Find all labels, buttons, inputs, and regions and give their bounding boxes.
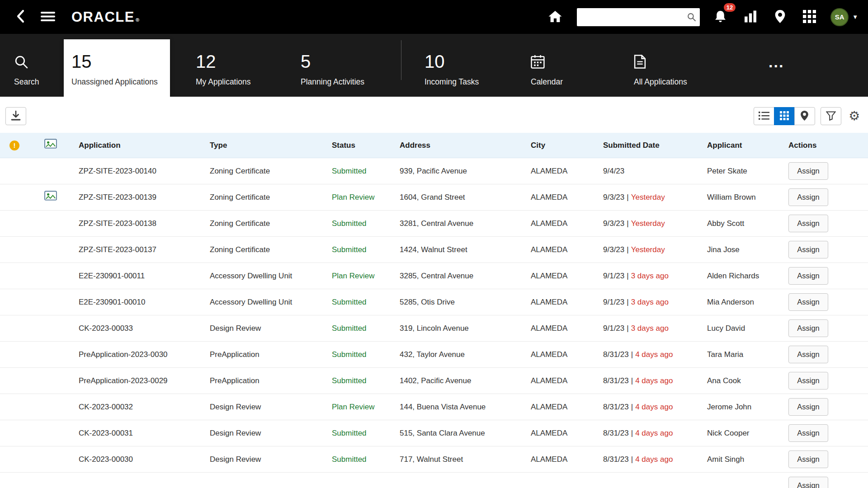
application-id[interactable]: CK-2023-00032 xyxy=(72,403,203,412)
application-id[interactable]: PreApplication-2023-0029 xyxy=(72,376,203,385)
date-ago: Yesterday xyxy=(631,245,665,254)
assign-button[interactable]: Assign xyxy=(788,372,828,389)
topbar: ORACLE 12 xyxy=(0,0,868,34)
filter-funnel-icon xyxy=(826,111,836,122)
tab-label: All Applications xyxy=(634,77,687,87)
table-body: ZPZ-SITE-2023-00140 Zoning Certificate S… xyxy=(0,158,868,473)
date-value: 9/3/23 xyxy=(603,193,624,202)
tab-divider xyxy=(401,40,401,80)
date-separator: | xyxy=(631,376,633,385)
application-status: Plan Review xyxy=(326,403,393,412)
tab-search[interactable]: Search xyxy=(6,39,57,97)
analytics-button[interactable] xyxy=(741,8,760,27)
submitted-date-cell: 9/3/23|Yesterday xyxy=(597,193,701,202)
toolbar xyxy=(0,97,868,133)
menu-button[interactable] xyxy=(38,8,58,26)
column-header-submitted-date[interactable]: Submitted Date xyxy=(597,141,701,150)
column-header-type[interactable]: Type xyxy=(203,141,326,150)
tab-overflow-button[interactable]: ... xyxy=(769,34,784,97)
conditions-icon xyxy=(44,139,57,152)
date-value: 8/31/23 xyxy=(603,350,629,359)
application-id[interactable]: E2E-230901-00010 xyxy=(72,298,203,307)
apps-grid-button[interactable] xyxy=(800,7,819,27)
assign-button[interactable]: Assign xyxy=(788,398,828,416)
date-separator: | xyxy=(631,350,633,359)
assign-button[interactable]: Assign xyxy=(788,319,828,337)
tab-all-applications[interactable]: All Applications xyxy=(626,39,712,97)
application-id[interactable]: CK-2023-00030 xyxy=(72,455,203,464)
assign-button[interactable]: Assign xyxy=(788,346,828,363)
map-view-button[interactable] xyxy=(794,107,815,125)
assign-button[interactable]: Assign xyxy=(788,424,828,442)
assign-button[interactable]: Assign xyxy=(788,162,828,180)
application-id[interactable]: ZPZ-SITE-2023-00140 xyxy=(72,167,203,176)
download-icon xyxy=(10,110,21,122)
submitted-date-cell: 8/31/23|4 days ago xyxy=(597,350,701,359)
applicant-name: Alden Richards xyxy=(701,272,782,281)
column-header-application[interactable]: Application xyxy=(72,141,203,150)
tab-incoming-tasks[interactable]: 10 Incoming Tasks xyxy=(417,39,496,97)
back-button[interactable] xyxy=(13,7,28,27)
user-menu-button[interactable]: SA xyxy=(830,8,858,26)
tab-unassigned-applications[interactable]: 15 Unassigned Applications xyxy=(64,39,170,97)
assign-button[interactable]: Assign xyxy=(788,450,828,468)
conditions-column-header[interactable] xyxy=(29,139,72,152)
application-id[interactable]: ZPZ-SITE-2023-00137 xyxy=(72,245,203,254)
table-row: PreApplication-2023-0030 PreApplication … xyxy=(0,342,868,368)
column-header-address[interactable]: Address xyxy=(393,141,524,150)
assign-button[interactable]: Assign xyxy=(788,241,828,258)
tab-calendar[interactable]: Calendar xyxy=(523,39,586,97)
assign-button[interactable]: Assign xyxy=(788,188,828,206)
notification-badge: 12 xyxy=(724,3,736,12)
filter-button[interactable] xyxy=(821,107,841,125)
column-header-actions: Actions xyxy=(782,141,868,150)
home-button[interactable] xyxy=(545,7,565,27)
grid-view-button[interactable] xyxy=(774,107,795,125)
tab-label: Search xyxy=(14,77,39,87)
column-header-applicant[interactable]: Applicant xyxy=(701,141,782,150)
document-icon xyxy=(634,52,646,71)
download-button[interactable] xyxy=(5,107,26,125)
date-value: 8/31/23 xyxy=(603,429,629,437)
submitted-date-cell: 8/31/23|4 days ago xyxy=(597,429,701,438)
table-row: CK-2023-00032 Design Review Plan Review … xyxy=(0,394,868,420)
date-value: 9/1/23 xyxy=(603,272,624,280)
assign-button[interactable]: Assign xyxy=(788,215,828,232)
table-row: PreApplication-2023-0029 PreApplication … xyxy=(0,368,868,394)
application-type: Design Review xyxy=(203,455,326,464)
warning-column-header[interactable] xyxy=(0,141,29,150)
row-conditions-cell xyxy=(29,348,72,361)
notifications-button[interactable]: 12 xyxy=(712,7,729,27)
tab-planning-activities[interactable]: 5 Planning Activities xyxy=(293,39,388,97)
map-button[interactable] xyxy=(772,7,788,28)
row-conditions-cell xyxy=(29,217,72,230)
assign-button[interactable]: Assign xyxy=(788,293,828,311)
row-conditions-cell xyxy=(29,374,72,387)
application-id[interactable]: E2E-230901-00011 xyxy=(72,272,203,281)
application-city: ALAMEDA xyxy=(524,403,597,412)
search-icon[interactable] xyxy=(687,12,696,23)
application-id[interactable]: ZPZ-SITE-2023-00138 xyxy=(72,219,203,228)
assign-button[interactable]: Assign xyxy=(788,477,828,488)
application-id[interactable]: CK-2023-00031 xyxy=(72,429,203,438)
list-view-icon xyxy=(759,111,769,122)
row-actions-cell: Assign xyxy=(782,450,868,468)
application-status: Plan Review xyxy=(326,272,393,281)
row-actions-cell: Assign xyxy=(782,398,868,416)
assign-button[interactable]: Assign xyxy=(788,267,828,285)
application-address: 319, Lincoln Avenue xyxy=(393,324,524,333)
column-header-city[interactable]: City xyxy=(524,141,597,150)
row-conditions-cell xyxy=(29,296,72,309)
applicant-name: William Brown xyxy=(701,193,782,202)
column-header-status[interactable]: Status xyxy=(326,141,393,150)
application-id[interactable]: ZPZ-SITE-2023-00139 xyxy=(72,193,203,202)
application-id[interactable]: CK-2023-00033 xyxy=(72,324,203,333)
application-id[interactable]: PreApplication-2023-0030 xyxy=(72,350,203,359)
row-actions-cell: Assign xyxy=(782,372,868,389)
global-search-input[interactable] xyxy=(577,8,700,26)
settings-button[interactable] xyxy=(847,110,862,122)
tab-my-applications[interactable]: 12 My Applications xyxy=(188,39,278,97)
date-separator: | xyxy=(631,429,633,437)
list-view-button[interactable] xyxy=(754,107,774,125)
home-icon xyxy=(548,10,562,24)
